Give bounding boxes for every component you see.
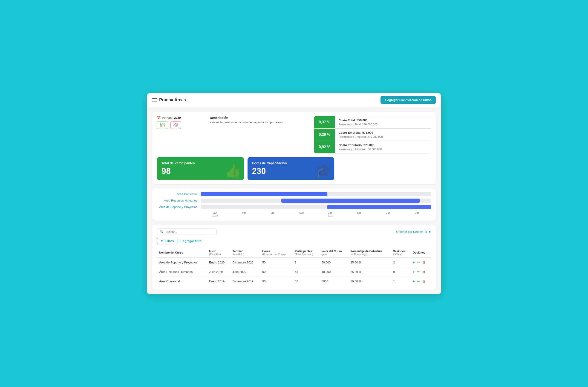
desc-title: Descripción bbox=[210, 116, 307, 120]
stats-row: Total de Participantes 98 👍 Horas de Cap… bbox=[157, 157, 431, 180]
table-header-cell: Horas(Duración del Curso) bbox=[260, 248, 293, 258]
area-rrhh-fill bbox=[281, 198, 420, 203]
cell-sesiones: 1 bbox=[391, 277, 410, 286]
axis-tick: Apr bbox=[345, 212, 373, 217]
calendar-icon: 📅 bbox=[157, 116, 161, 119]
period-section: 📅 Período: 2020 Ene 2015 Dic bbox=[157, 116, 203, 129]
budget-row-empresa: 0,29 % Costo Empresa: 575.000 Presupuest… bbox=[314, 129, 431, 141]
search-wrapper: 🔍 bbox=[157, 229, 217, 235]
budget-stats: 0,37 % Costo Total: 850.000 Presupuesto … bbox=[314, 116, 431, 153]
budget-pct-total: 0,37 % bbox=[314, 116, 335, 129]
cell-horas: 50 bbox=[260, 258, 293, 267]
search-input[interactable] bbox=[165, 230, 214, 234]
area-soporte-label[interactable]: Área de Soporte y Proyectos bbox=[157, 205, 201, 209]
menu-icon[interactable] bbox=[152, 98, 157, 102]
cell-participantes: 45 bbox=[293, 267, 319, 277]
table-header-cell: Opciones bbox=[410, 248, 431, 258]
start-month: Ene bbox=[159, 122, 165, 125]
area-comercial-track bbox=[201, 192, 431, 196]
budget-row-total: 0,37 % Costo Total: 850.000 Presupuesto … bbox=[314, 116, 431, 129]
cell-valor: 10.000 bbox=[319, 267, 348, 277]
add-row-button[interactable]: + bbox=[413, 260, 415, 265]
budget-pct-tributario: 0,92 % bbox=[314, 141, 335, 153]
cell-inicio: Julio 2019 bbox=[207, 267, 230, 277]
cell-horas: 90 bbox=[260, 267, 293, 277]
cell-sesiones: 0 bbox=[391, 267, 410, 277]
edit-row-button[interactable]: ✏ bbox=[417, 279, 420, 283]
area-soporte-track bbox=[201, 205, 431, 209]
add-filter-button[interactable]: + Agregar filtro bbox=[180, 239, 202, 243]
delete-row-button[interactable]: 🗑 bbox=[422, 270, 426, 274]
table-header-cell: Término(Mes/Año) bbox=[230, 248, 260, 258]
table-head: Nombre del CursoInicio(Mes/Año)Término(M… bbox=[157, 248, 431, 258]
table-header-cell: Sesiones# (Total) bbox=[391, 248, 410, 258]
cell-options: + ✏ 🗑 bbox=[410, 277, 431, 286]
table-section: 🔍 Ordenar por Defecto ⇅ ▼ ▼ Filtros + Ag… bbox=[152, 225, 436, 290]
description-section: Descripción esta es la prueba de divisió… bbox=[210, 116, 307, 124]
cell-horas: 90 bbox=[260, 277, 293, 286]
table-body: Área de Soporte y ProyectosEnero 2020Dic… bbox=[157, 258, 431, 286]
graduation-icon: 🎓 bbox=[315, 163, 332, 179]
sort-button[interactable]: Ordenar por Defecto ⇅ ▼ bbox=[396, 230, 431, 234]
add-plan-button[interactable]: + Agregar Planificación de Curso bbox=[380, 96, 436, 104]
budget-sub-empresa: Presupuesto Empresa: 200.000.000 bbox=[339, 135, 427, 138]
header: Prueba Áreas + Agregar Planificación de … bbox=[147, 93, 441, 107]
thumbs-up-icon: 👍 bbox=[224, 163, 242, 179]
cell-valor: 5000 bbox=[319, 277, 348, 286]
add-row-button[interactable]: + bbox=[413, 270, 415, 274]
filter-icon: ▼ bbox=[160, 239, 163, 243]
budget-row-tributario: 0,92 % Costo Tributario: 275.000 Presupu… bbox=[314, 141, 431, 153]
table-row: Área de Soporte y ProyectosEnero 2020Dic… bbox=[157, 258, 431, 267]
delete-row-button[interactable]: 🗑 bbox=[422, 260, 426, 264]
axis-tick: Apr bbox=[229, 212, 258, 217]
cell-valor: 50.000 bbox=[319, 258, 348, 267]
filter-label: Filtros bbox=[165, 239, 174, 243]
edit-row-button[interactable]: ✏ bbox=[417, 270, 420, 274]
axis-tick: Oct bbox=[402, 212, 431, 217]
table-header-cell: Participantes(Total Estimado) bbox=[293, 248, 319, 258]
sort-label-text: Ordenar por Defecto bbox=[396, 230, 423, 234]
end-month: Dic bbox=[173, 122, 179, 125]
cell-porcentaje: 25,00 % bbox=[348, 258, 391, 267]
date-badges: Ene 2015 Dic 2020 bbox=[157, 121, 203, 129]
cell-nombre: Área Comercial bbox=[157, 277, 207, 286]
area-bar-row-comercial: Área Comercial bbox=[157, 192, 431, 196]
area-bar-row-soporte: Área de Soporte y Proyectos bbox=[157, 205, 431, 209]
period-label: 📅 Período: 2020 bbox=[157, 116, 203, 119]
cell-nombre: Área de Soporte y Proyectos bbox=[157, 258, 207, 267]
area-rrhh-label[interactable]: Área Recursos Humanos bbox=[157, 199, 201, 202]
end-date-badge[interactable]: Dic 2020 bbox=[170, 121, 181, 129]
sort-icon: ⇅ ▼ bbox=[425, 230, 431, 234]
edit-row-button[interactable]: ✏ bbox=[417, 260, 420, 265]
axis-tick: Jan2019 bbox=[201, 212, 229, 217]
cell-termino: Diciembre 2020 bbox=[230, 258, 260, 267]
table-header-cell: Porcentaje de Cobertura% (Porcentaje) bbox=[348, 248, 391, 258]
axis-tick: Oct bbox=[287, 212, 316, 217]
cell-termino: Julio 2020 bbox=[230, 267, 260, 277]
cell-termino: Diciembre 2019 bbox=[230, 277, 260, 286]
action-btns: + ✏ 🗑 bbox=[413, 260, 429, 265]
cell-participantes: 50 bbox=[293, 277, 319, 286]
main-content: 📅 Período: 2020 Ene 2015 Dic bbox=[147, 107, 441, 294]
budget-main-tributario: Costo Tributario: 275.000 bbox=[339, 143, 427, 147]
add-row-button[interactable]: + bbox=[413, 279, 415, 283]
page-title: Prueba Áreas bbox=[159, 98, 186, 102]
axis-tick: Jul bbox=[258, 212, 287, 217]
area-comercial-fill bbox=[201, 192, 327, 196]
budget-sub-total: Presupuesto Total: 230.000.000 bbox=[339, 123, 427, 126]
area-comercial-label[interactable]: Área Comercial bbox=[157, 192, 201, 196]
cell-inicio: Enero 2020 bbox=[207, 258, 230, 267]
axis-tick: Jan2020 bbox=[316, 212, 345, 217]
participants-card: Total de Participantes 98 👍 bbox=[157, 157, 244, 180]
table-head-row: Nombre del CursoInicio(Mes/Año)Término(M… bbox=[157, 248, 431, 258]
filter-button[interactable]: ▼ Filtros bbox=[157, 238, 177, 244]
filter-row: ▼ Filtros + Agregar filtro bbox=[157, 238, 431, 244]
data-table: Nombre del CursoInicio(Mes/Año)Término(M… bbox=[157, 248, 431, 286]
axis-tick: Jul bbox=[374, 212, 402, 217]
budget-details-total: Costo Total: 850.000 Presupuesto Total: … bbox=[335, 116, 431, 129]
hours-card: Horas de Capacitación 230 🎓 bbox=[248, 157, 335, 180]
delete-row-button[interactable]: 🗑 bbox=[422, 279, 426, 283]
timeline-axis: Jan2019AprJulOctJan2020AprJulOct bbox=[201, 212, 431, 217]
info-card: 📅 Período: 2020 Ene 2015 Dic bbox=[152, 112, 436, 184]
start-date-badge[interactable]: Ene 2015 bbox=[157, 121, 168, 129]
